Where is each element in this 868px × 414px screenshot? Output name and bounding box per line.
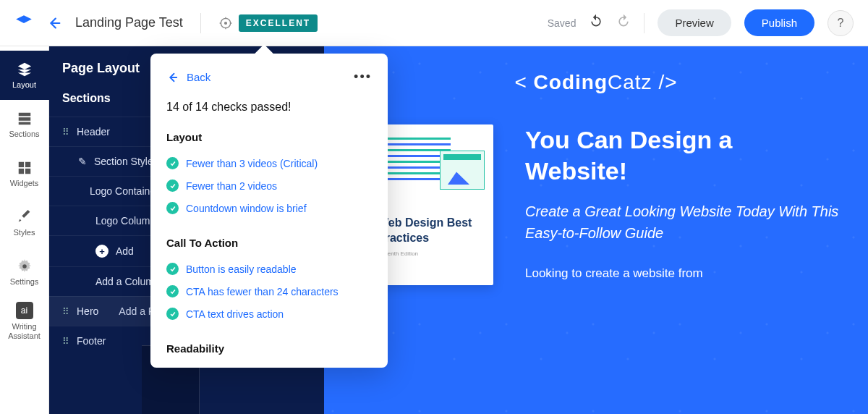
grip-icon: ⠿ xyxy=(62,336,69,347)
canvas-content: < CodingCatz /> Web Design Best Practice… xyxy=(324,46,868,414)
rail-item-widgets[interactable]: Widgets xyxy=(0,149,49,198)
insights-summary: 14 of 14 checks passed! xyxy=(166,101,372,114)
check-icon xyxy=(166,308,179,320)
ai-icon: ai xyxy=(16,302,33,319)
left-rail: Layout Sections Widgets Styles Settings … xyxy=(0,46,49,414)
tree-row-label: Add xyxy=(116,245,134,257)
rail-label: Layout xyxy=(12,80,36,89)
tree-title-text: Page Layout xyxy=(62,61,140,76)
svg-rect-3 xyxy=(18,117,30,121)
insights-item[interactable]: CTA text drives action xyxy=(166,303,372,325)
publish-button[interactable]: Publish xyxy=(744,9,814,36)
brand-heading: < CodingCatz /> xyxy=(352,71,841,94)
audit-status-label: EXCELLENT xyxy=(239,14,318,32)
topbar-right: Saved Preview Publish ? xyxy=(548,9,854,36)
topbar: Landing Page Test EXCELLENT Saved Previe… xyxy=(0,0,868,46)
tree-row-label: Footer xyxy=(77,335,106,347)
insights-item[interactable]: Fewer than 2 videos xyxy=(166,174,372,197)
insights-item-label: Fewer than 3 videos (Critical) xyxy=(186,158,318,169)
rail-label: Widgets xyxy=(10,179,39,187)
brush-icon xyxy=(17,209,33,225)
svg-point-1 xyxy=(224,21,227,24)
divider xyxy=(200,13,201,33)
insights-group-list: Fewer than 3 videos (Critical) Fewer tha… xyxy=(166,152,372,219)
insights-group-list: Button is easily readable CTA has fewer … xyxy=(166,258,372,325)
plus-icon: + xyxy=(95,245,109,258)
svg-rect-6 xyxy=(25,162,30,167)
insights-item-label: Countdown window is brief xyxy=(186,203,307,214)
rail-label: Sections xyxy=(9,130,39,138)
rail-item-sections[interactable]: Sections xyxy=(0,100,49,149)
rail-item-writing-assistant[interactable]: ai Writing Assistant xyxy=(0,297,49,346)
rail-item-settings[interactable]: Settings xyxy=(0,248,49,297)
check-icon xyxy=(166,179,179,192)
hero-copy: You Can Design a Website! Create a Great… xyxy=(525,124,841,283)
grip-icon: ⠿ xyxy=(62,127,69,138)
rail-label: Writing Assistant xyxy=(0,322,49,341)
pencil-icon: ✎ xyxy=(78,156,87,167)
rail-label: Styles xyxy=(14,228,35,237)
tree-row-label: Hero xyxy=(77,305,98,317)
rail-item-styles[interactable]: Styles xyxy=(0,198,49,248)
rail-item-layout[interactable]: Layout xyxy=(0,51,49,100)
insights-item-label: CTA has fewer than 24 characters xyxy=(186,286,339,297)
divider xyxy=(644,13,644,33)
check-icon xyxy=(166,157,179,169)
gear-icon xyxy=(17,258,33,274)
tree-row-label: Header xyxy=(77,126,110,138)
widgets-icon xyxy=(17,160,33,176)
insights-group-title: Call To Action xyxy=(166,237,372,249)
insights-back-button[interactable]: Back xyxy=(166,71,210,84)
hero-title: You Can Design a Website! xyxy=(525,124,841,186)
insights-item[interactable]: CTA has fewer than 24 characters xyxy=(166,280,372,303)
svg-rect-7 xyxy=(18,169,23,174)
insights-item-label: Fewer than 2 videos xyxy=(186,180,277,192)
rail-label: Settings xyxy=(10,277,39,286)
insights-item-label: CTA text drives action xyxy=(186,308,284,320)
check-icon xyxy=(166,202,179,214)
canvas[interactable]: < CodingCatz /> Web Design Best Practice… xyxy=(324,46,868,414)
preview-button[interactable]: Preview xyxy=(658,9,731,36)
workspace: Layout Sections Widgets Styles Settings … xyxy=(0,46,868,414)
insights-back-label: Back xyxy=(187,71,210,83)
hero-subtitle: Create a Great Looking Website Today Wit… xyxy=(525,200,841,244)
redo-icon[interactable] xyxy=(616,14,631,32)
undo-icon[interactable] xyxy=(589,14,603,32)
target-icon xyxy=(218,16,233,30)
grip-icon: ⠿ xyxy=(62,306,69,317)
book-image-graphic xyxy=(440,151,485,190)
svg-rect-4 xyxy=(18,122,30,125)
insights-header: Back ••• xyxy=(166,69,372,85)
check-icon xyxy=(166,263,179,275)
tree-row-label: Logo Column xyxy=(95,215,156,227)
layers-icon xyxy=(17,62,33,77)
insights-group-title: Layout xyxy=(166,131,372,143)
back-arrow-icon[interactable] xyxy=(46,15,62,31)
svg-rect-2 xyxy=(18,113,30,117)
book-title: Web Design Best Practices xyxy=(378,216,482,246)
tree-row-label: Section Style xyxy=(94,156,153,167)
svg-rect-8 xyxy=(25,169,30,174)
check-icon xyxy=(166,285,179,297)
insights-group-title: Readability xyxy=(166,342,372,355)
tree-row-label: Logo Container xyxy=(90,185,159,197)
hero-body: Looking to create a website from xyxy=(525,264,841,283)
app-logo-icon xyxy=(14,14,33,33)
insights-item[interactable]: Fewer than 3 videos (Critical) xyxy=(166,152,372,174)
hero-row: Web Design Best Practices Seventh Editio… xyxy=(352,124,841,285)
insights-item[interactable]: Countdown window is brief xyxy=(166,197,372,219)
svg-rect-5 xyxy=(18,162,23,167)
saved-status: Saved xyxy=(548,17,576,29)
help-button[interactable]: ? xyxy=(827,10,854,36)
audit-badge[interactable]: EXCELLENT xyxy=(218,14,318,32)
brand-light: Catz /> xyxy=(608,71,677,93)
more-icon[interactable]: ••• xyxy=(354,69,372,85)
page-title[interactable]: Landing Page Test xyxy=(75,15,183,30)
book-subtitle: Seventh Edition xyxy=(378,250,482,257)
brand-bold: Coding xyxy=(534,71,608,93)
brand-prefix: < xyxy=(514,71,533,93)
insights-popover: Back ••• 14 of 14 checks passed! Layout … xyxy=(150,54,388,368)
insights-item-label: Button is easily readable xyxy=(186,263,297,275)
insights-item[interactable]: Button is easily readable xyxy=(166,258,372,280)
grid-icon xyxy=(17,111,33,127)
